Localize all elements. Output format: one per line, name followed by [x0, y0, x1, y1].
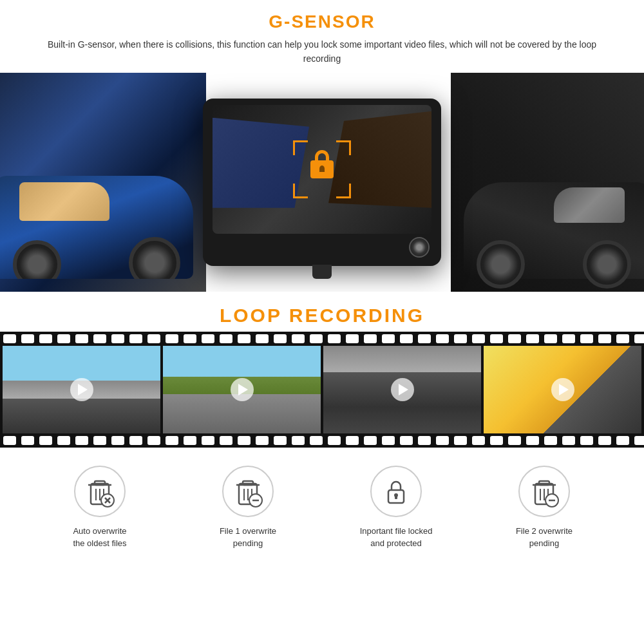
- perf: [166, 334, 178, 343]
- perf: [364, 334, 377, 343]
- perf: [111, 334, 124, 343]
- perf: [616, 436, 629, 445]
- car-left-window: [19, 182, 109, 221]
- perf: [57, 436, 70, 445]
- perf: [562, 436, 575, 445]
- perf: [472, 334, 485, 343]
- icons-section: Auto overwrite the oldest files: [0, 448, 644, 644]
- dashcam-screen: [213, 105, 431, 234]
- perf: [544, 334, 557, 343]
- important-locked-label: Inportant file locked and protected: [360, 525, 433, 550]
- perf: [526, 334, 539, 343]
- play-button-1[interactable]: [70, 378, 93, 401]
- perf: [57, 334, 70, 343]
- perf: [580, 436, 593, 445]
- perf: [75, 334, 88, 343]
- svg-rect-19: [395, 496, 397, 499]
- play-triangle-icon: [238, 384, 248, 395]
- car-right-wheel-front: [477, 240, 525, 289]
- icon-item-file1-overwrite: File 1 overwrite pending: [184, 466, 312, 550]
- filmstrip-frames: [0, 346, 644, 433]
- perf: [39, 436, 52, 445]
- screen-content: [213, 105, 431, 234]
- play-button-3[interactable]: [391, 378, 414, 401]
- file2-overwrite-label: File 2 overwrite pending: [516, 525, 573, 550]
- film-frame-1: [3, 346, 160, 433]
- perf: [634, 436, 644, 445]
- perf: [454, 334, 467, 343]
- filmstrip-perfs-top: [0, 332, 644, 346]
- perf: [490, 334, 503, 343]
- perf: [454, 436, 467, 445]
- perf: [400, 334, 413, 343]
- car-left-body: [0, 176, 193, 279]
- play-triangle-icon: [399, 384, 408, 395]
- gsensor-section: G-SENSOR Built-in G-sensor, when there i…: [0, 0, 644, 73]
- important-locked-icon-circle: [370, 466, 422, 517]
- perf: [147, 334, 160, 343]
- perf: [93, 436, 106, 445]
- perf: [3, 436, 16, 445]
- perf: [418, 334, 431, 343]
- auto-overwrite-icon-circle: [74, 466, 126, 517]
- filmstrip: [0, 332, 644, 448]
- device-section: [0, 73, 644, 292]
- car-left-wheel-front: [129, 237, 180, 279]
- perf: [508, 436, 521, 445]
- perf: [220, 334, 232, 343]
- perf: [184, 436, 196, 445]
- perf: [382, 436, 395, 445]
- perf: [256, 334, 269, 343]
- file1-overwrite-icon-circle: [222, 466, 274, 517]
- file1-overwrite-label: File 1 overwrite pending: [220, 525, 276, 550]
- perf: [400, 436, 413, 445]
- perf: [238, 436, 251, 445]
- perf: [184, 334, 196, 343]
- car-right-wheel-back: [583, 240, 631, 289]
- car-right-body: [464, 182, 644, 279]
- trash-minus-icon: [232, 475, 263, 508]
- lock-icon: [310, 160, 334, 178]
- perf: [634, 334, 644, 343]
- perf: [147, 436, 160, 445]
- car-left: [0, 73, 206, 292]
- car-right: [451, 73, 644, 292]
- perf: [202, 436, 214, 445]
- page-wrapper: G-SENSOR Built-in G-sensor, when there i…: [0, 0, 644, 644]
- perf: [274, 334, 287, 343]
- icon-item-file2-overwrite: File 2 overwrite pending: [480, 466, 609, 550]
- perf: [310, 436, 323, 445]
- perf: [328, 436, 341, 445]
- perf: [111, 436, 124, 445]
- perf: [508, 334, 521, 343]
- perf: [580, 334, 593, 343]
- perf: [292, 436, 305, 445]
- icon-item-auto-overwrite: Auto overwrite the oldest files: [35, 466, 164, 550]
- perf: [274, 436, 287, 445]
- perf: [220, 436, 232, 445]
- lock-body: [310, 160, 334, 178]
- perf: [93, 334, 106, 343]
- filmstrip-perfs-bottom: [0, 433, 644, 448]
- perf: [21, 436, 34, 445]
- dashcam-mount: [312, 265, 332, 279]
- perf: [166, 436, 178, 445]
- trash-minus2-icon: [529, 475, 560, 508]
- perf: [346, 334, 359, 343]
- auto-overwrite-label: Auto overwrite the oldest files: [73, 525, 126, 550]
- play-button-2[interactable]: [231, 378, 254, 401]
- perf: [562, 334, 575, 343]
- lock-keyhole: [319, 166, 325, 172]
- car-left-wheel-back: [13, 240, 61, 279]
- gsensor-description: Built-in G-sensor, when there is collisi…: [39, 37, 605, 66]
- perf: [490, 436, 503, 445]
- perf: [472, 436, 485, 445]
- perf: [364, 436, 377, 445]
- play-button-4[interactable]: [551, 378, 574, 401]
- icon-item-important-locked: Inportant file locked and protected: [332, 466, 460, 550]
- perf: [598, 436, 611, 445]
- perf: [598, 334, 611, 343]
- perf: [310, 334, 323, 343]
- film-frame-2: [163, 346, 321, 433]
- perf: [256, 436, 269, 445]
